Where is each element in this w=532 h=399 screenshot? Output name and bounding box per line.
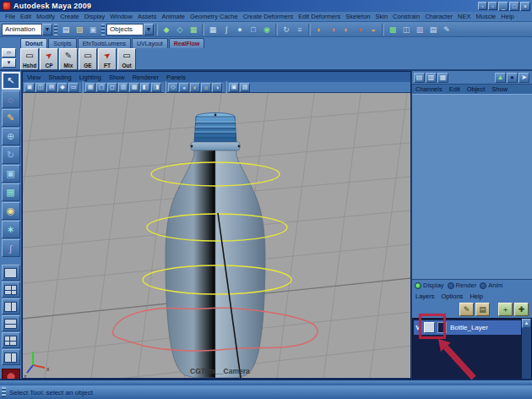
select-tool-button[interactable]: ↖: [2, 72, 20, 90]
layer-row-bottle-layer[interactable]: V Bottle_Layer: [414, 320, 521, 335]
menu-edit-deformers[interactable]: Edit Deformers: [298, 13, 340, 20]
smooth-shade-icon[interactable]: ●: [179, 83, 189, 92]
options-menu[interactable]: Options: [442, 292, 464, 300]
camera-attributes-icon[interactable]: ▤: [46, 83, 57, 92]
child-minimize-button[interactable]: ▫: [478, 2, 487, 10]
child-restore-button[interactable]: ▫: [488, 2, 497, 10]
show-manipulator-tool-button[interactable]: ∗: [2, 221, 20, 238]
shelf-tab-donut[interactable]: Donut: [20, 38, 47, 48]
menuset-selector[interactable]: Animation ▼: [2, 24, 52, 36]
make-live-icon[interactable]: ◉: [261, 24, 273, 36]
new-layer-from-selected-button[interactable]: ✚: [514, 303, 529, 316]
isolate-select-icon[interactable]: ▣: [229, 83, 239, 92]
minimize-button[interactable]: _: [498, 2, 508, 11]
panel-menu-shading[interactable]: Shading: [48, 74, 72, 81]
safe-action-icon[interactable]: ◧: [140, 83, 150, 92]
shelf-button-ft[interactable]: ➤ FT: [98, 48, 117, 70]
lock-camera-icon[interactable]: ◫: [35, 83, 46, 92]
file-save-icon[interactable]: ▣: [87, 24, 99, 36]
channel-wide-layout-icon[interactable]: ▥: [426, 73, 437, 83]
helpline-grip[interactable]: [2, 387, 6, 397]
edit-menu[interactable]: Edit: [449, 85, 460, 93]
menu-create[interactable]: Create: [60, 13, 79, 20]
new-empty-layer-button[interactable]: ＋: [498, 303, 513, 316]
wireframe-icon[interactable]: ◇: [168, 83, 178, 92]
panel-menu-view[interactable]: View: [27, 74, 41, 81]
channels-menu[interactable]: Channels: [415, 85, 442, 93]
menu-window[interactable]: Window: [110, 13, 133, 20]
layout-three-pane-button[interactable]: [2, 332, 20, 348]
snap-grid-icon[interactable]: ▦: [207, 24, 219, 36]
panel-menu-panels[interactable]: Panels: [166, 74, 186, 81]
layers-menu[interactable]: Layers: [415, 292, 435, 300]
help-menu[interactable]: Help: [470, 292, 482, 300]
speed-medium-icon[interactable]: ●: [507, 73, 518, 83]
textured-icon[interactable]: ◐: [190, 83, 200, 92]
viewport-canvas[interactable]: CGTuts__Camera x z: [23, 93, 410, 378]
snap-magnet-icon[interactable]: ◐: [340, 24, 352, 36]
soft-modification-tool-button[interactable]: ◉: [2, 202, 20, 220]
scale-tool-button[interactable]: ▣: [2, 165, 20, 183]
display-radio[interactable]: Display: [415, 281, 444, 289]
layer-name[interactable]: Bottle_Layer: [450, 324, 488, 331]
layout-persp-outliner-button[interactable]: [2, 349, 20, 365]
snap-magnet-icon[interactable]: ◒: [367, 24, 379, 36]
last-tool-button[interactable]: ∫: [2, 239, 20, 257]
shelf-button-hshd[interactable]: ▭ Hshd: [20, 48, 39, 70]
panel-menu-show[interactable]: Show: [109, 74, 125, 81]
toolbar-grip[interactable]: [101, 24, 105, 36]
collapsed-time-slider[interactable]: [0, 379, 532, 385]
select-component-icon[interactable]: ▦: [187, 24, 199, 36]
snap-magnet-icon[interactable]: ◑: [354, 24, 366, 36]
select-object-icon[interactable]: ◇: [174, 24, 186, 36]
shelf-tab-uvlayout[interactable]: UVLayout: [132, 38, 168, 48]
layout-single-pane-button[interactable]: [2, 265, 20, 281]
snap-view-plane-icon[interactable]: □: [247, 24, 259, 36]
layer-color-swatch[interactable]: [437, 322, 447, 333]
anim-radio[interactable]: Anim: [480, 281, 502, 289]
lasso-tool-button[interactable]: ◌: [2, 90, 20, 108]
selection-mode-selector[interactable]: Objects ▼: [106, 24, 154, 36]
close-button[interactable]: ×: [520, 2, 530, 11]
xray-icon[interactable]: ▨: [240, 83, 250, 92]
menu-edit[interactable]: Edit: [20, 13, 31, 20]
file-open-icon[interactable]: ▨: [73, 24, 85, 36]
shelf-button-ge[interactable]: ▭ GE: [79, 48, 97, 70]
ipr-render-icon[interactable]: ▥: [414, 24, 426, 36]
paint-effects-icon[interactable]: ✎: [441, 24, 453, 36]
bookmarks-icon[interactable]: ◆: [57, 83, 68, 92]
render-view-icon[interactable]: ▩: [387, 24, 399, 36]
chevron-down-icon[interactable]: ▼: [144, 24, 154, 36]
layer-membership-icon[interactable]: ▤: [475, 303, 490, 316]
shelf-button-cp[interactable]: ➤ CP: [40, 48, 58, 70]
rotate-tool-button[interactable]: ↻: [2, 146, 20, 164]
snap-point-icon[interactable]: ●: [234, 24, 246, 36]
shelf-button-mix[interactable]: ✎ Mix: [59, 48, 78, 70]
layer-display-type-box[interactable]: [424, 322, 435, 333]
title-bar[interactable]: Autodesk Maya 2009 ▫ ▫ _ □ ×: [0, 0, 532, 12]
render-settings-icon[interactable]: ▤: [427, 24, 439, 36]
menu-file[interactable]: File: [5, 13, 15, 20]
universal-manipulator-tool-button[interactable]: ▦: [2, 183, 20, 201]
shelf-menu-button[interactable]: ▭: [2, 48, 16, 57]
menu-muscle[interactable]: Muscle: [476, 13, 497, 20]
use-lights-icon[interactable]: ☼: [201, 83, 211, 92]
shelf-tab-realflow[interactable]: RealFlow: [169, 38, 205, 48]
file-new-icon[interactable]: ▤: [60, 24, 72, 36]
toolbar-grip[interactable]: [54, 24, 57, 36]
paint-select-tool-button[interactable]: ✎: [2, 109, 20, 127]
render-radio[interactable]: Render: [448, 281, 477, 289]
maximize-button[interactable]: □: [509, 2, 519, 11]
field-chart-icon[interactable]: ▩: [129, 83, 139, 92]
edit-layer-icon[interactable]: ✎: [459, 303, 474, 316]
snap-curve-icon[interactable]: ∫: [220, 24, 232, 36]
snap-magnet-icon[interactable]: ◑: [327, 24, 339, 36]
object-menu[interactable]: Object: [467, 85, 486, 93]
construction-history-icon[interactable]: ↻: [280, 24, 292, 36]
layout-two-stacked-button[interactable]: [2, 315, 20, 331]
list-inputs-icon[interactable]: ≡: [294, 24, 306, 36]
shelf-tab-arrow-button[interactable]: ▼: [2, 58, 16, 68]
chevron-down-icon[interactable]: ▼: [42, 24, 52, 36]
panel-menu-renderer[interactable]: Renderer: [133, 74, 159, 81]
bottle-model[interactable]: [166, 113, 265, 379]
